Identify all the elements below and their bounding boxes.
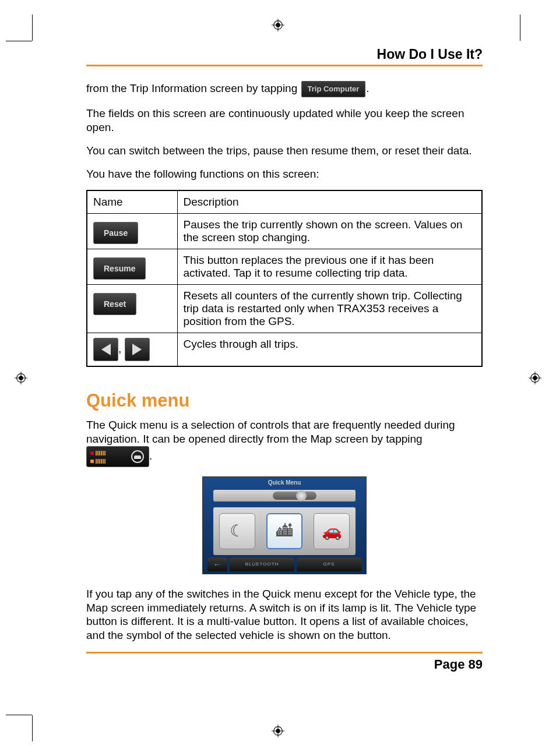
night-mode-button[interactable]: ☾ xyxy=(219,513,255,549)
table-cell-description: Resets all counters of the currently sho… xyxy=(177,285,482,333)
crop-mark xyxy=(32,15,33,41)
table-row: Resume This button replaces the previous… xyxy=(87,249,482,285)
car-icon: 🚗 xyxy=(322,521,342,540)
screenshot-title: Quick Menu xyxy=(203,479,366,486)
moon-icon: ☾ xyxy=(230,521,244,540)
table-cell-button: Resume xyxy=(87,249,177,285)
bluetooth-button[interactable]: BLUETOOTH xyxy=(230,557,294,571)
table-row: Reset Resets all counters of the current… xyxy=(87,285,482,333)
volume-knob-icon[interactable] xyxy=(296,490,307,501)
text: . xyxy=(149,450,152,462)
back-arrow-icon: ← xyxy=(213,560,222,569)
table-header-name: Name xyxy=(87,190,177,214)
quick-menu-map-button[interactable] xyxy=(86,446,149,467)
back-button[interactable]: ← xyxy=(207,557,227,571)
intro-paragraph-4: You have the following functions on this… xyxy=(86,167,483,181)
text: . xyxy=(366,82,369,94)
crop-mark xyxy=(6,41,32,41)
page-footer: Page 89 xyxy=(86,652,483,672)
buildings-icon: 🏙 xyxy=(276,521,293,540)
car-icon xyxy=(131,450,144,463)
registration-mark-icon xyxy=(272,725,284,737)
registration-mark-icon xyxy=(272,19,284,31)
gps-button[interactable]: GPS xyxy=(297,557,361,571)
crop-mark xyxy=(6,715,32,715)
3d-buildings-button[interactable]: 🏙 xyxy=(266,513,302,549)
intro-paragraph-2: The fields on this screen are continuous… xyxy=(86,107,483,135)
trip-computer-button[interactable]: Trip Computer xyxy=(301,81,366,97)
table-cell-description: Pauses the trip currently shown on the s… xyxy=(177,214,482,249)
table-cell-button: Pause xyxy=(87,214,177,249)
intro-paragraph-1: from the Trip Information screen by tapp… xyxy=(86,81,483,97)
vehicle-type-button[interactable]: 🚗 xyxy=(314,513,350,549)
next-trip-button[interactable] xyxy=(125,338,150,361)
quick-menu-heading: Quick menu xyxy=(86,390,483,411)
functions-table: Name Description Pause Pauses the trip c… xyxy=(86,190,483,367)
table-cell-button: , xyxy=(87,333,177,367)
table-row: Pause Pauses the trip currently shown on… xyxy=(87,214,482,249)
table-cell-button: Reset xyxy=(87,285,177,333)
quick-menu-paragraph-2: If you tap any of the switches in the Qu… xyxy=(86,587,483,642)
table-header-description: Description xyxy=(177,190,482,214)
table-header-row: Name Description xyxy=(87,190,482,214)
intro-paragraph-3: You can switch between the trips, pause … xyxy=(86,144,483,158)
crop-mark xyxy=(520,15,520,41)
page-header: How Do I Use It? xyxy=(86,47,483,66)
crop-mark xyxy=(32,715,33,741)
quick-menu-row: ☾ 🏙 🚗 xyxy=(213,507,356,555)
previous-trip-button[interactable] xyxy=(93,338,118,361)
pause-button[interactable]: Pause xyxy=(93,222,138,244)
registration-mark-icon xyxy=(529,372,541,384)
resume-button[interactable]: Resume xyxy=(93,257,146,280)
text: , xyxy=(118,342,121,355)
table-row: , Cycles through all trips. xyxy=(87,333,482,367)
text: The Quick menu is a selection of control… xyxy=(86,419,455,445)
screenshot-bottom-bar: ← BLUETOOTH GPS xyxy=(207,557,361,571)
quick-menu-screenshot: Quick Menu ☾ 🏙 🚗 ← BLUETOOTH GPS xyxy=(202,476,367,574)
registration-mark-icon xyxy=(15,372,27,384)
table-cell-description: This button replaces the previous one if… xyxy=(177,249,482,285)
quick-menu-paragraph-1: The Quick menu is a selection of control… xyxy=(86,418,483,467)
volume-slider[interactable] xyxy=(273,492,316,500)
text: from the Trip Information screen by tapp… xyxy=(86,82,301,94)
table-cell-description: Cycles through all trips. xyxy=(177,333,482,367)
reset-button[interactable]: Reset xyxy=(93,293,136,315)
